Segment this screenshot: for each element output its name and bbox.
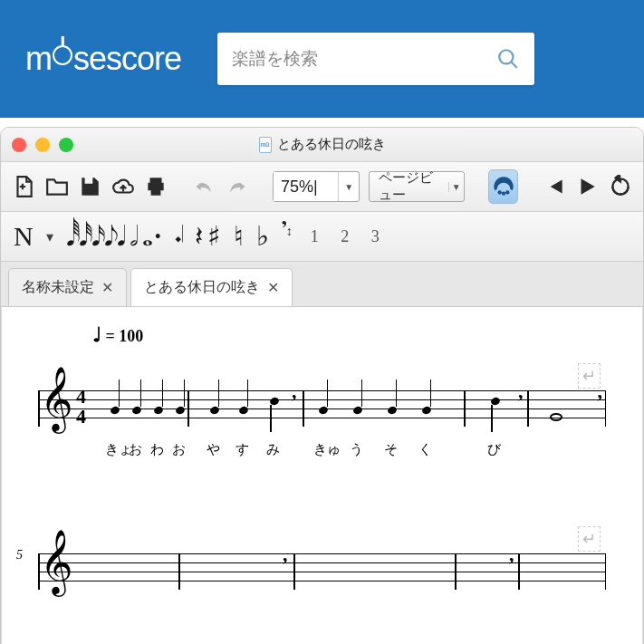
tab-current-score[interactable]: とある休日の呟き ✕ <box>130 268 293 306</box>
lyric[interactable]: う <box>350 441 363 458</box>
loop-button[interactable] <box>608 171 632 202</box>
undo-button[interactable] <box>192 171 216 202</box>
natural-button[interactable]: ♮ <box>234 223 244 250</box>
open-folder-button[interactable] <box>45 171 70 202</box>
lyric[interactable]: お <box>172 441 186 458</box>
cloud-upload-button[interactable] <box>111 171 136 202</box>
system-break-icon[interactable]: ↵ <box>578 526 601 552</box>
titlebar: とある休日の呟き <box>1 128 643 162</box>
tempo-note-icon: ♩ <box>92 323 101 346</box>
close-icon[interactable]: ✕ <box>267 279 279 296</box>
note-input-mode-button[interactable]: N <box>14 223 34 250</box>
breath-mark-icon[interactable]: , <box>598 380 603 403</box>
breath-mark-icon[interactable]: , <box>292 380 297 403</box>
zoom-dropdown-icon[interactable]: ▼ <box>339 172 359 201</box>
window-title-text: とある休日の呟き <box>277 136 386 153</box>
view-mode-dropdown[interactable]: ページビュー ▼ <box>369 171 465 202</box>
time-sig-bot: 4 <box>76 407 86 427</box>
voice-buttons[interactable]: 1 2 3 <box>305 227 389 246</box>
breath-mark-icon[interactable]: , <box>518 380 524 403</box>
document-icon <box>259 137 272 153</box>
redo-button[interactable] <box>225 171 249 202</box>
treble-clef-icon: 𝄞 <box>40 533 73 590</box>
lyric[interactable]: び <box>487 441 501 458</box>
print-button[interactable] <box>144 171 168 202</box>
maximize-button[interactable] <box>59 138 73 152</box>
search-box[interactable] <box>217 33 534 85</box>
tie-button[interactable]: 𝆺𝅥 <box>174 223 182 250</box>
logo-text-post: sescore <box>73 40 181 78</box>
logo[interactable]: m sescore <box>25 40 181 78</box>
close-icon[interactable]: ✕ <box>101 279 113 296</box>
lyric[interactable]: きゅ <box>313 441 341 458</box>
document-tabstrip: 名称未設定 ✕ とある休日の呟き ✕ <box>1 262 643 307</box>
staff-system-2[interactable]: 5 ↵ 𝄞 , , <box>38 526 606 635</box>
svg-point-4 <box>505 190 509 194</box>
tab-label: とある休日の呟き <box>144 278 260 297</box>
breath-mark-icon[interactable]: , <box>509 543 514 566</box>
lyric[interactable]: く <box>418 441 432 458</box>
main-toolbar: ▼ ページビュー ▼ <box>1 162 643 212</box>
note-toolbar: N ▾ 𝅘𝅥𝅱 𝅘𝅥𝅰 𝅘𝅥𝅯 𝅘𝅥𝅮 𝅘𝅥 𝅗𝅥 𝅝 • 𝆺𝅥 𝄽 ♯ ♮ ♭… <box>1 212 643 262</box>
logo-note-icon <box>53 45 72 65</box>
score-canvas[interactable]: ♩ = 100 ↵ 𝄞 4 4 , , , <box>1 307 643 644</box>
rewind-button[interactable] <box>542 171 566 202</box>
staff-system-1[interactable]: ↵ 𝄞 4 4 , , , <box>38 363 606 472</box>
time-signature[interactable]: 4 4 <box>76 387 86 427</box>
lyric[interactable]: や <box>207 441 220 458</box>
sharp-button[interactable]: ♯ <box>207 223 221 250</box>
lyric[interactable]: そ <box>384 441 398 458</box>
svg-point-3 <box>501 191 505 195</box>
svg-point-2 <box>497 190 501 194</box>
window-title: とある休日の呟き <box>259 136 386 153</box>
app-window: とある休日の呟き ▼ ページビュー <box>0 127 644 644</box>
note-input-dropdown-icon[interactable]: ▾ <box>46 228 53 245</box>
view-mode-label: ページビュー <box>379 169 441 204</box>
save-button[interactable] <box>78 171 102 202</box>
zoom-control[interactable]: ▼ <box>273 171 360 202</box>
close-button[interactable] <box>12 138 26 152</box>
lyric[interactable]: わ <box>150 441 164 458</box>
breath-mark-icon[interactable]: , <box>283 543 288 566</box>
tempo-marking[interactable]: ♩ = 100 <box>92 323 606 347</box>
search-icon[interactable] <box>496 47 520 71</box>
tab-untitled[interactable]: 名称未設定 ✕ <box>8 268 127 306</box>
search-input[interactable] <box>232 49 496 69</box>
site-header: m sescore <box>0 0 644 118</box>
window-controls <box>12 138 73 152</box>
svg-line-1 <box>511 62 517 68</box>
new-file-button[interactable] <box>12 171 36 202</box>
lyric[interactable]: す <box>235 441 249 458</box>
tempo-value: = 100 <box>106 327 144 345</box>
lyric[interactable]: み <box>266 441 280 458</box>
treble-clef-icon: 𝄞 <box>40 370 73 427</box>
tab-label: 名称未設定 <box>22 278 94 297</box>
logo-text-pre: m <box>25 40 52 78</box>
measure-number: 5 <box>16 548 23 562</box>
flip-button[interactable]: 𝄒↕ <box>282 223 293 250</box>
play-button[interactable] <box>575 171 600 202</box>
lyric[interactable]: お <box>129 441 142 458</box>
minimize-button[interactable] <box>35 138 50 152</box>
svg-point-0 <box>499 50 513 63</box>
time-sig-top: 4 <box>76 387 86 407</box>
flat-button[interactable]: ♭ <box>256 223 269 250</box>
mixer-button[interactable] <box>488 169 518 204</box>
zoom-input[interactable] <box>274 172 339 201</box>
augmentation-dot-button[interactable]: • <box>155 227 161 245</box>
view-mode-caret-icon[interactable]: ▼ <box>448 182 464 192</box>
